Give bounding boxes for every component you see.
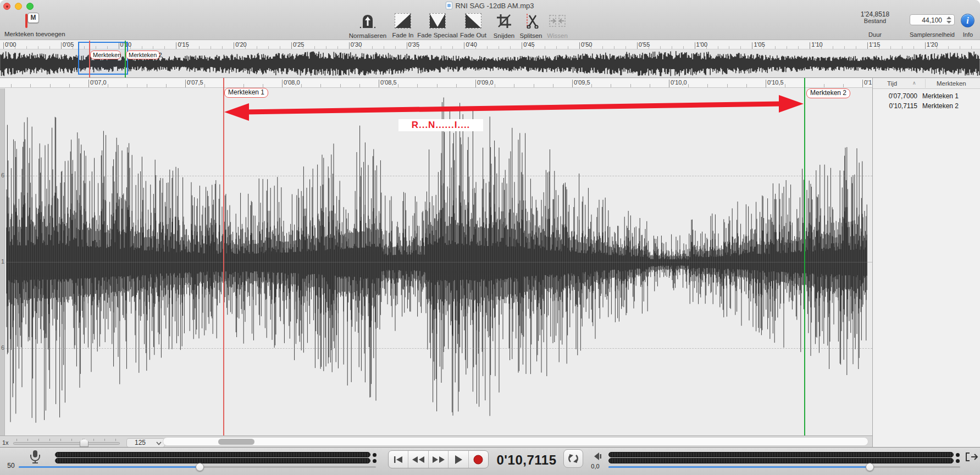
input-volume-thumb[interactable]	[196, 463, 204, 471]
samplerate-stepper[interactable]: 44,100	[910, 14, 955, 25]
zoom-slider[interactable]	[13, 442, 120, 445]
ruler-tick	[3, 42, 4, 49]
overview-tick-label: 1'20	[927, 41, 938, 48]
ruler-tick	[127, 84, 128, 88]
ruler-tick	[176, 42, 176, 49]
ruler-tick	[669, 80, 669, 88]
window-title: RNI SAG -12dB AM.mp3	[455, 2, 534, 10]
output-volume-value: 0,0	[587, 463, 603, 470]
horizontal-scrollbar[interactable]	[163, 437, 868, 446]
ruler-tick	[579, 42, 580, 49]
microphone-icon	[29, 450, 42, 464]
ruler-tick	[263, 84, 263, 88]
input-volume-value: 50	[4, 462, 18, 470]
fade-in-icon	[395, 13, 411, 29]
clip-indicator	[956, 453, 960, 457]
ruler-tick	[707, 84, 708, 88]
fast-forward-button[interactable]	[429, 451, 449, 468]
overview-tick-label: 1'00	[696, 41, 707, 48]
ruler-tick-label: 0'07,0	[90, 79, 107, 86]
loop-button[interactable]	[563, 449, 583, 468]
overview-tick-label: 0'35	[408, 41, 419, 48]
marker-list-header[interactable]: Tijd ∧ Merkteken	[873, 78, 980, 89]
ruler-tick	[752, 42, 752, 49]
horizontal-scrollbar-thumb[interactable]	[218, 439, 254, 445]
stepper-arrows-icon[interactable]	[945, 16, 953, 24]
overview-tick-label: 1'15	[869, 41, 880, 48]
overview-marker1-label[interactable]: Merkteken	[90, 51, 121, 59]
overview-tick-label: 0'55	[639, 41, 650, 48]
ruler-tick	[867, 42, 868, 49]
column-divider	[925, 79, 926, 88]
ruler-tick	[204, 84, 205, 88]
clip-indicator	[373, 453, 377, 457]
ruler-tick	[16, 439, 17, 441]
zoom-slider-thumb[interactable]	[80, 439, 88, 447]
output-level-meter	[608, 458, 954, 463]
zoom-preset-select[interactable]: 125	[126, 438, 165, 448]
overview-timeline-ruler[interactable]: 0'000'050'100'150'200'250'300'350'400'45…	[0, 40, 980, 49]
go-to-start-button[interactable]	[389, 451, 408, 468]
ruler-tick-label: 0'10,5	[767, 79, 784, 86]
ruler-tick	[456, 84, 457, 88]
fast-forward-icon	[432, 456, 445, 463]
record-button[interactable]	[469, 451, 488, 468]
overview-tick-label: 0'05	[63, 41, 74, 48]
ruler-tick	[340, 84, 341, 88]
overview-tick-label: 0'25	[293, 41, 304, 48]
clear-icon	[549, 13, 566, 29]
ruler-tick	[93, 439, 94, 441]
ruler-tick	[925, 42, 926, 49]
column-header-marker[interactable]: Merkteken	[937, 80, 966, 87]
output-volume-thumb[interactable]	[866, 463, 874, 471]
ruler-tick	[11, 84, 12, 88]
ruler-tick-label: 0'09,5	[574, 79, 590, 86]
playhead-time-display: 0'10,7115	[492, 452, 561, 468]
ruler-tick	[69, 84, 70, 88]
overview-marker2-label[interactable]: Merkteken 2	[126, 51, 160, 59]
ruler-tick	[650, 84, 650, 88]
marker-table-row[interactable]: 0'07,7000Merkteken 1	[873, 91, 980, 101]
overview-marker2-line	[125, 41, 126, 77]
center-gridline	[5, 262, 872, 262]
amplitude-label: 1	[1, 258, 9, 265]
tool-label: Wissen	[533, 32, 582, 39]
rewind-button[interactable]	[408, 451, 428, 468]
info-button[interactable]: i	[961, 14, 975, 27]
overview-tick-label: 0'40	[466, 41, 477, 48]
ruler-tick	[534, 84, 534, 88]
amplitude-label: 6	[1, 344, 9, 351]
ruler-tick	[115, 439, 116, 441]
output-level-meter	[608, 452, 954, 457]
overview-tick-label: 1'05	[754, 41, 765, 48]
play-button[interactable]	[449, 451, 468, 468]
ruler-tick	[166, 84, 167, 88]
chevron-down-icon	[156, 442, 162, 445]
output-device-icon[interactable]	[966, 452, 979, 462]
ruler-tick	[417, 84, 418, 88]
ruler-tick	[71, 439, 72, 441]
input-level-meter	[55, 452, 370, 457]
ruler-tick	[359, 84, 360, 88]
main-timeline-ruler[interactable]: 0'07,00'07,50'08,00'08,50'09,00'09,50'10…	[0, 78, 872, 88]
ruler-tick	[630, 84, 631, 88]
ruler-tick	[695, 42, 695, 49]
zoom-preset-value: 125	[135, 439, 146, 446]
ruler-tick	[437, 84, 438, 88]
ruler-tick	[637, 42, 638, 49]
overview-tick-label: 0'00	[5, 41, 16, 48]
input-level-meter	[55, 458, 370, 463]
sort-ascending-icon: ∧	[912, 80, 916, 86]
ruler-tick	[301, 84, 302, 88]
ruler-tick	[27, 439, 28, 441]
ruler-tick	[291, 42, 292, 49]
ruler-tick	[38, 439, 39, 441]
amplitude-label: 6	[1, 172, 9, 178]
loop-icon	[567, 452, 579, 465]
add-marker-button[interactable]: M	[25, 13, 41, 28]
clip-indicator	[373, 459, 377, 463]
overview-tick-label: 0'30	[351, 41, 362, 48]
column-header-time[interactable]: Tijd	[887, 80, 897, 87]
marker-table-row[interactable]: 0'10,7115Merkteken 2	[873, 101, 980, 111]
marker-time: 0'10,7115	[873, 102, 917, 110]
